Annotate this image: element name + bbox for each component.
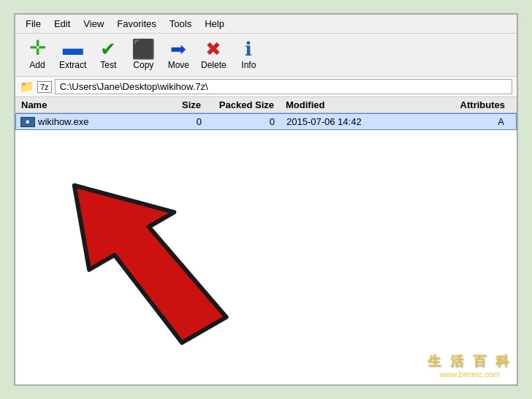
add-icon: ✛ [29,38,46,58]
svg-marker-0 [59,149,232,362]
menu-view[interactable]: View [79,17,108,31]
extract-icon: ▬ [63,38,83,58]
file-attr: A [389,116,516,127]
move-label: Move [168,60,189,70]
copy-icon: ⬛ [132,39,155,58]
col-header-name: Name [15,99,162,110]
add-button[interactable]: ✛ Add [21,37,53,72]
archive-badge: 7z [37,81,52,93]
menu-favorites[interactable]: Favorites [113,17,160,31]
info-button[interactable]: ℹ Info [232,38,265,72]
file-icon: ■ [20,117,35,127]
main-window: File Edit View Favorites Tools Help ✛ Ad… [14,13,518,386]
file-modified: 2015-07-06 14:42 [286,116,389,127]
col-header-size: Size [162,99,213,110]
pointer-arrow [59,128,293,362]
toolbar: ✛ Add ▬ Extract ✔ Test ⬛ Copy ➡ Move ✖ D… [15,34,517,77]
info-label: Info [241,60,256,70]
move-icon: ➡ [170,39,186,58]
filelist: Name Size Packed Size Modified Attribute… [15,97,517,384]
menu-tools[interactable]: Tools [165,17,196,31]
extract-button[interactable]: ▬ Extract [56,37,89,72]
menu-help[interactable]: Help [200,17,229,31]
test-button[interactable]: ✔ Test [92,38,124,72]
delete-button[interactable]: ✖ Delete [197,38,229,72]
test-label: Test [100,60,116,70]
menu-file[interactable]: File [21,17,45,31]
info-icon: ℹ [245,39,252,58]
file-packed: 0 [213,116,286,127]
addressbar: 📁 7z C:\Users\Jane\Desktop\wikihow.7z\ [15,77,517,97]
test-icon: ✔ [100,39,116,58]
menubar: File Edit View Favorites Tools Help [15,15,517,34]
delete-icon: ✖ [205,39,221,58]
filelist-header: Name Size Packed Size Modified Attribute… [15,97,517,113]
delete-label: Delete [201,60,227,70]
table-row[interactable]: ■ wikihow.exe 0 0 2015-07-06 14:42 A [15,113,517,130]
menu-edit[interactable]: Edit [50,17,75,31]
file-size: 0 [162,116,213,127]
copy-label: Copy [133,60,153,70]
copy-button[interactable]: ⬛ Copy [127,38,159,72]
col-header-modified: Modified [286,99,388,110]
col-header-attr: Attributes [388,99,517,110]
col-header-packed: Packed Size [213,99,286,110]
filelist-body: ■ wikihow.exe 0 0 2015-07-06 14:42 A [15,113,517,384]
file-name: wikihow.exe [38,116,162,127]
move-button[interactable]: ➡ Move [162,38,194,72]
add-label: Add [29,60,45,70]
path-input[interactable]: C:\Users\Jane\Desktop\wikihow.7z\ [55,79,512,94]
folder-icon: 📁 [20,80,34,94]
extract-label: Extract [59,60,86,70]
